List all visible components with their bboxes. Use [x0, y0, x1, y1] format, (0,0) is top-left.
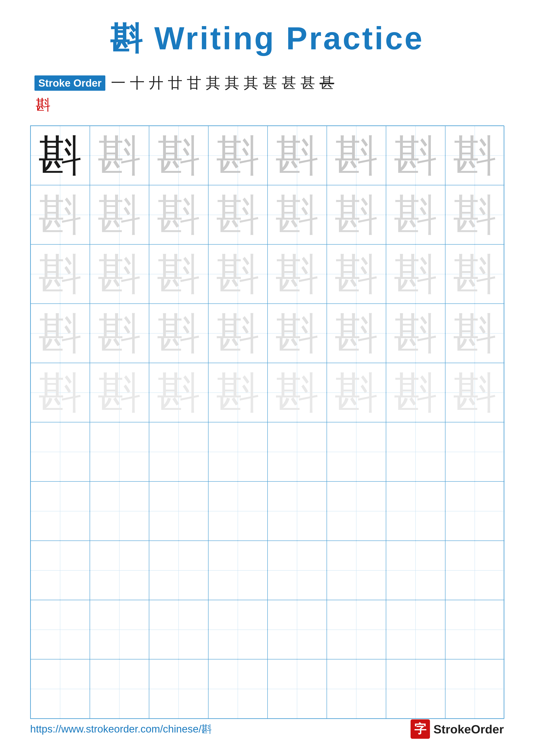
grid-cell-empty[interactable]	[327, 600, 386, 659]
grid-cell-empty[interactable]	[386, 481, 445, 541]
footer-url[interactable]: https://www.strokeorder.com/chinese/斟	[30, 722, 212, 736]
practice-char: 斟	[98, 312, 141, 355]
practice-char: 斟	[453, 371, 496, 414]
grid-cell-empty[interactable]	[445, 600, 504, 659]
grid-cell[interactable]: 斟	[386, 363, 445, 422]
grid-cell-empty[interactable]	[31, 659, 90, 718]
grid-cell[interactable]: 斟	[327, 304, 386, 363]
stroke-char-5: 甘	[187, 73, 201, 93]
practice-char: 斟	[275, 312, 318, 355]
practice-char: 斟	[335, 253, 378, 296]
grid-cell-empty[interactable]	[208, 481, 267, 541]
practice-char: 斟	[275, 253, 318, 296]
grid-cell[interactable]: 斟	[149, 304, 208, 363]
grid-cell[interactable]: 斟	[267, 126, 327, 185]
grid-cell-empty[interactable]	[208, 541, 267, 600]
grid-row-6	[31, 422, 504, 481]
grid-cell-empty[interactable]	[267, 659, 327, 718]
grid-cell-empty[interactable]	[208, 422, 267, 481]
grid-cell-empty[interactable]	[90, 422, 149, 481]
grid-cell-empty[interactable]	[386, 600, 445, 659]
practice-char: 斟	[216, 312, 259, 355]
grid-cell-empty[interactable]	[267, 600, 327, 659]
grid-cell[interactable]: 斟	[208, 126, 267, 185]
practice-char: 斟	[38, 253, 82, 296]
grid-cell-empty[interactable]	[149, 659, 208, 718]
grid-cell[interactable]: 斟	[31, 363, 90, 422]
grid-cell[interactable]: 斟	[327, 244, 386, 304]
grid-cell-empty[interactable]	[149, 481, 208, 541]
grid-cell-empty[interactable]	[327, 481, 386, 541]
stroke-char-2: 十	[130, 73, 144, 93]
grid-cell[interactable]: 斟	[327, 126, 386, 185]
grid-cell-empty[interactable]	[90, 481, 149, 541]
grid-cell[interactable]: 斟	[445, 185, 504, 244]
grid-cell-empty[interactable]	[267, 422, 327, 481]
grid-cell-empty[interactable]	[445, 422, 504, 481]
grid-cell-empty[interactable]	[31, 422, 90, 481]
grid-cell[interactable]: 斟	[386, 126, 445, 185]
grid-cell-empty[interactable]	[386, 541, 445, 600]
practice-char: 斟	[157, 312, 200, 355]
grid-cell[interactable]: 斟	[386, 304, 445, 363]
grid-cell[interactable]: 斟	[445, 244, 504, 304]
stroke-char-12: 甚	[319, 73, 334, 93]
grid-cell[interactable]: 斟	[445, 126, 504, 185]
grid-cell[interactable]: 斟	[267, 363, 327, 422]
grid-cell[interactable]: 斟	[149, 363, 208, 422]
grid-cell[interactable]: 斟	[90, 126, 149, 185]
grid-cell[interactable]: 斟	[31, 304, 90, 363]
grid-cell-empty[interactable]	[90, 659, 149, 718]
grid-cell[interactable]: 斟	[90, 363, 149, 422]
grid-cell[interactable]: 斟	[267, 185, 327, 244]
grid-cell[interactable]: 斟	[31, 185, 90, 244]
grid-cell-empty[interactable]	[90, 600, 149, 659]
grid-cell[interactable]: 斟	[445, 304, 504, 363]
grid-cell[interactable]: 斟	[149, 126, 208, 185]
grid-cell-empty[interactable]	[149, 541, 208, 600]
grid-cell-empty[interactable]	[386, 659, 445, 718]
grid-cell[interactable]: 斟	[386, 185, 445, 244]
grid-cell[interactable]: 斟	[327, 363, 386, 422]
practice-char: 斟	[453, 193, 496, 236]
grid-cell-empty[interactable]	[445, 541, 504, 600]
grid-cell-empty[interactable]	[149, 422, 208, 481]
grid-cell[interactable]: 斟	[208, 185, 267, 244]
grid-cell-empty[interactable]	[445, 659, 504, 718]
grid-cell-empty[interactable]	[31, 481, 90, 541]
grid-cell-empty[interactable]	[31, 541, 90, 600]
grid-cell[interactable]: 斟	[90, 304, 149, 363]
grid-cell-empty[interactable]	[208, 659, 267, 718]
grid-cell-empty[interactable]	[327, 422, 386, 481]
grid-cell-empty[interactable]	[267, 541, 327, 600]
grid-cell[interactable]: 斟	[445, 363, 504, 422]
grid-cell[interactable]: 斟	[267, 244, 327, 304]
practice-char: 斟	[453, 134, 496, 177]
grid-cell-empty[interactable]	[327, 541, 386, 600]
grid-cell-empty[interactable]	[327, 659, 386, 718]
grid-cell[interactable]: 斟	[31, 126, 90, 185]
grid-cell[interactable]: 斟	[149, 244, 208, 304]
grid-cell[interactable]: 斟	[267, 304, 327, 363]
grid-cell[interactable]: 斟	[31, 244, 90, 304]
grid-cell-empty[interactable]	[149, 600, 208, 659]
grid-cell[interactable]: 斟	[149, 185, 208, 244]
practice-char: 斟	[38, 371, 82, 414]
grid-cell-empty[interactable]	[208, 600, 267, 659]
practice-char: 斟	[38, 312, 82, 355]
grid-cell-empty[interactable]	[386, 422, 445, 481]
grid-cell-empty[interactable]	[90, 541, 149, 600]
grid-cell[interactable]: 斟	[386, 244, 445, 304]
grid-cell-empty[interactable]	[31, 600, 90, 659]
grid-cell[interactable]: 斟	[90, 185, 149, 244]
grid-cell[interactable]: 斟	[90, 244, 149, 304]
grid-cell[interactable]: 斟	[208, 363, 267, 422]
practice-char: 斟	[394, 312, 437, 355]
grid-cell[interactable]: 斟	[327, 185, 386, 244]
grid-cell[interactable]: 斟	[208, 304, 267, 363]
grid-cell[interactable]: 斟	[208, 244, 267, 304]
grid-row-10	[31, 659, 504, 718]
grid-cell-empty[interactable]	[267, 481, 327, 541]
practice-char: 斟	[453, 253, 496, 296]
grid-cell-empty[interactable]	[445, 481, 504, 541]
